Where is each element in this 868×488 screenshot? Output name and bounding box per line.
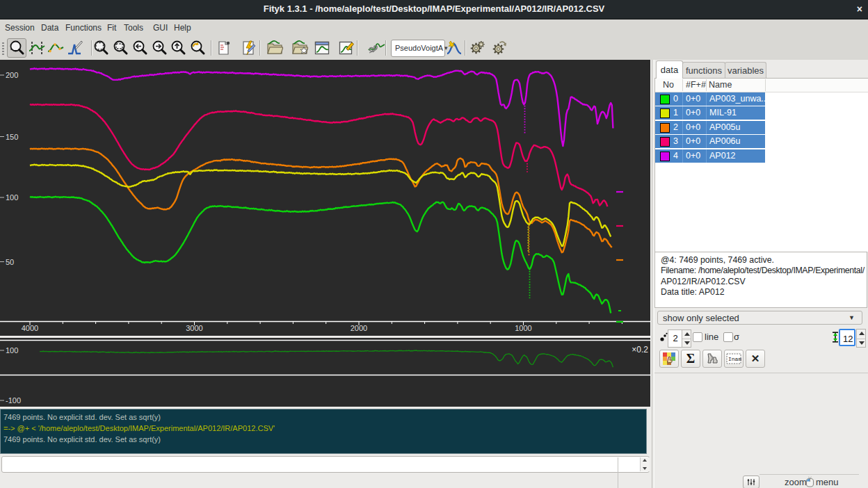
svg-text:1000: 1000 bbox=[515, 324, 531, 332]
svg-text:100: 100 bbox=[6, 346, 18, 355]
svg-text:Inam: Inam bbox=[728, 356, 741, 362]
svg-text:100: 100 bbox=[6, 193, 18, 202]
svg-text:200: 200 bbox=[6, 71, 18, 79]
svg-text:×0.2: ×0.2 bbox=[632, 345, 648, 355]
svg-text:-100: -100 bbox=[6, 396, 21, 405]
svg-text:2000: 2000 bbox=[351, 324, 367, 332]
svg-text:150: 150 bbox=[6, 133, 18, 141]
svg-text:3000: 3000 bbox=[186, 324, 202, 332]
svg-text:50: 50 bbox=[6, 258, 14, 266]
svg-text:4000: 4000 bbox=[22, 324, 38, 332]
